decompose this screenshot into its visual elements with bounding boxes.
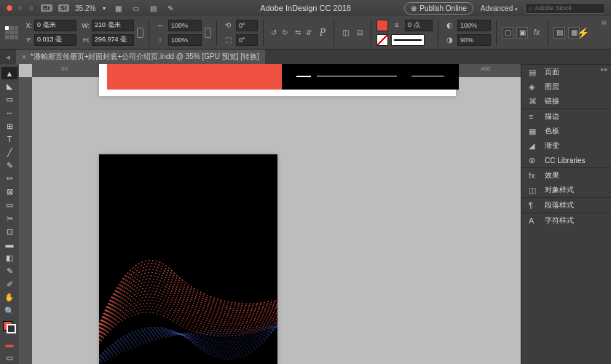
- close-tab-icon[interactable]: ×: [22, 53, 26, 61]
- opacity-icon: ◐: [444, 20, 455, 31]
- quick-apply-icon[interactable]: ⚡: [577, 27, 589, 39]
- parastyle-icon: ¶: [529, 201, 539, 210]
- document-workspace[interactable]: 50100150200250300350400450: [19, 64, 521, 364]
- view-mode-normal[interactable]: ▬: [1, 339, 17, 351]
- cc-icon: ⊛: [529, 156, 539, 165]
- pen-tool[interactable]: ✎: [1, 159, 17, 172]
- fx-icon[interactable]: fx: [531, 27, 543, 39]
- line-tool[interactable]: ╱: [1, 146, 17, 159]
- free-transform-tool[interactable]: ⊡: [1, 226, 17, 238]
- page-spread-top[interactable]: [99, 64, 456, 96]
- collapse-panels-icon[interactable]: ▸▸: [601, 66, 608, 73]
- shear-input[interactable]: 0°: [236, 34, 258, 46]
- gap-tool[interactable]: ↔: [1, 106, 17, 119]
- red-rectangle[interactable]: [107, 64, 282, 90]
- tab-prev-icon[interactable]: ◄: [0, 53, 16, 61]
- ruler-tick: 50: [61, 66, 68, 72]
- panel-swatches[interactable]: ▦色板: [521, 124, 611, 138]
- flip-h-icon[interactable]: ⇋: [293, 28, 303, 38]
- fx-icon: fx: [529, 171, 539, 180]
- wave-artwork[interactable]: [99, 154, 277, 364]
- page-tool[interactable]: ▭: [1, 93, 17, 106]
- shear-icon: ⬚: [222, 34, 234, 46]
- eyedropper-tool[interactable]: ✐: [1, 278, 17, 290]
- panel-objstyle[interactable]: ◫对象样式: [521, 183, 611, 197]
- publish-online-button[interactable]: ⊕Publish Online: [404, 2, 473, 15]
- x-input[interactable]: 0 毫米: [34, 20, 76, 31]
- pencil-tool[interactable]: ✏: [1, 173, 17, 185]
- flip-v-icon[interactable]: ⇵: [304, 28, 314, 38]
- constrain-scale-icon[interactable]: [205, 28, 211, 38]
- rotate-ccw-icon[interactable]: ↺: [269, 28, 279, 38]
- effects-icon[interactable]: ▣: [516, 27, 528, 39]
- selection-tool[interactable]: ▲: [1, 67, 17, 79]
- arrange-icon[interactable]: ▤: [147, 2, 159, 14]
- panel-links[interactable]: ⌘链接: [521, 94, 611, 108]
- panel-label: 图层: [545, 82, 559, 92]
- scale-y-icon: ↕: [154, 34, 166, 46]
- panel-fx[interactable]: fx效果: [521, 168, 611, 183]
- zoom-dropdown-icon[interactable]: ▼: [101, 6, 106, 11]
- select-container-icon[interactable]: ◫: [339, 27, 351, 39]
- opacity-input[interactable]: 100%: [457, 20, 491, 31]
- control-menu-icon[interactable]: ✲: [601, 19, 607, 27]
- page-bottom[interactable]: [99, 154, 277, 364]
- rotate-buttons[interactable]: ↺↻: [269, 28, 290, 38]
- hand-tool[interactable]: ✋: [1, 291, 17, 304]
- publish-icon[interactable]: ✎: [165, 2, 176, 14]
- constrain-proportions-icon[interactable]: [137, 28, 143, 38]
- panel-pages[interactable]: ▤页面: [521, 65, 611, 79]
- direct-selection-tool[interactable]: ◣: [1, 80, 17, 92]
- drop-shadow-icon[interactable]: ▢: [502, 27, 513, 39]
- control-panel: X:0 毫米 Y:0.013 毫 W:210 毫米 H:296.974 毫 ↔1…: [0, 16, 611, 50]
- fx-opacity-icon: ◑: [444, 34, 455, 46]
- fill-swatch[interactable]: [377, 20, 388, 31]
- fx-opacity-input[interactable]: 90%: [457, 34, 491, 46]
- panel-gradient[interactable]: ◢渐变: [521, 138, 611, 153]
- text-wrap-none-icon[interactable]: ▤: [553, 27, 565, 39]
- panel-parastyle[interactable]: ¶段落样式: [521, 198, 611, 213]
- rotate-cw-icon[interactable]: ↻: [280, 28, 290, 38]
- content-collector-tool[interactable]: ⊞: [1, 120, 17, 132]
- panel-cc[interactable]: ⊛CC Libraries: [521, 153, 611, 167]
- bridge-badge[interactable]: Br: [41, 4, 52, 12]
- select-content-icon[interactable]: ⊡: [354, 27, 366, 39]
- stroke-weight-input[interactable]: 0 点: [405, 20, 433, 31]
- rectangle-tool[interactable]: ▭: [1, 199, 17, 211]
- stroke-style[interactable]: [391, 34, 425, 46]
- zoom-tool[interactable]: 🔍: [1, 305, 17, 317]
- scissors-tool[interactable]: ✂: [1, 213, 17, 225]
- search-field[interactable]: ⌕: [525, 3, 605, 14]
- scale-y-input[interactable]: 100%: [168, 34, 202, 46]
- workspace-switcher[interactable]: Advanced ▾: [481, 4, 518, 12]
- stroke-swatch[interactable]: [377, 34, 388, 46]
- panel-stroke[interactable]: ≡描边: [521, 109, 611, 124]
- note-tool[interactable]: ✎: [1, 265, 17, 277]
- rotate-input[interactable]: 0°: [236, 20, 258, 31]
- search-input[interactable]: [535, 4, 602, 12]
- zoom-level[interactable]: 35.2%: [75, 4, 95, 12]
- window-controls[interactable]: [6, 4, 35, 12]
- type-tool[interactable]: T: [1, 133, 17, 146]
- stock-badge[interactable]: St: [58, 4, 69, 12]
- vertical-ruler[interactable]: [19, 77, 32, 364]
- reference-point[interactable]: [4, 25, 19, 40]
- scale-x-input[interactable]: 100%: [168, 20, 202, 31]
- gradient-swatch-tool[interactable]: ▬: [1, 239, 17, 251]
- gradient-icon: ◢: [529, 141, 539, 151]
- panel-charstyle[interactable]: A字符样式: [521, 213, 611, 228]
- fill-stroke-proxy[interactable]: [3, 321, 16, 333]
- y-input[interactable]: 0.013 毫: [34, 34, 76, 46]
- view-options-icon[interactable]: ▦: [112, 2, 124, 14]
- view-mode-preview[interactable]: ▭: [1, 352, 17, 364]
- rectangle-frame-tool[interactable]: ⊠: [1, 186, 17, 198]
- black-rectangle[interactable]: [282, 64, 459, 90]
- screen-mode-icon[interactable]: ▭: [130, 2, 141, 14]
- document-tab[interactable]: × *潘帕斯宣传册页+封面封底+公司介绍页.indd @ 35% [GPU 预览…: [16, 50, 265, 64]
- h-input[interactable]: 296.974 毫: [92, 34, 134, 46]
- panel-layers[interactable]: ◈图层: [521, 79, 611, 94]
- paragraph-icon[interactable]: P: [317, 27, 328, 39]
- w-input[interactable]: 210 毫米: [92, 20, 134, 31]
- flip-buttons[interactable]: ⇋⇵: [293, 28, 314, 38]
- gradient-feather-tool[interactable]: ◧: [1, 252, 17, 264]
